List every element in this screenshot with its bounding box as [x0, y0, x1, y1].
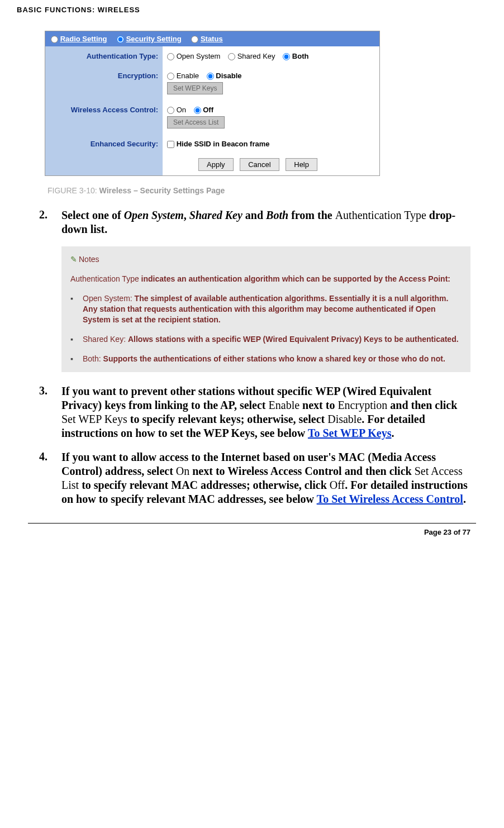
- enhanced-security-label: Enhanced Security:: [45, 134, 163, 154]
- wac-off-label: Off: [203, 106, 213, 114]
- apply-button[interactable]: Apply: [198, 158, 234, 171]
- wac-off-radio[interactable]: [194, 107, 201, 114]
- auth-both-radio[interactable]: [283, 53, 290, 60]
- tab-security-label: Security Setting: [126, 35, 182, 43]
- hide-ssid-checkbox[interactable]: [167, 141, 174, 148]
- pencil-icon: ✎: [70, 255, 77, 264]
- bullet-icon: ▪: [70, 354, 83, 364]
- auth-shared-label: Shared Key: [237, 52, 275, 60]
- bullet-icon: ▪: [70, 293, 83, 325]
- wac-on-radio[interactable]: [167, 107, 174, 114]
- step-2-num: 2.: [39, 208, 61, 236]
- page-footer: Page 23 of 77: [17, 528, 487, 543]
- status-radio[interactable]: [191, 36, 198, 43]
- step-3-body: If you want to prevent other stations wi…: [61, 384, 470, 440]
- encryption-label: Encryption:: [45, 66, 163, 100]
- wac-link[interactable]: To Set Wireless Access Control: [317, 493, 463, 505]
- step-4-body: If you want to allow access to the Inter…: [61, 450, 470, 506]
- enc-enable-radio[interactable]: [167, 73, 174, 80]
- step-4: 4. If you want to allow access to the In…: [17, 450, 487, 506]
- notes-item-both: ▪ Both: Supports the authentications of …: [70, 354, 462, 364]
- notes-item-shared: ▪ Shared Key: Allows stations with a spe…: [70, 334, 462, 345]
- enc-disable-radio[interactable]: [207, 73, 214, 80]
- spacer: [45, 154, 163, 175]
- embedded-screenshot: Radio Setting Security Setting Status Au…: [45, 31, 487, 176]
- figure-caption: FIGURE 3-10: Wireless – Security Setting…: [47, 186, 487, 195]
- wac-on-label: On: [177, 106, 186, 114]
- wac-label: Wireless Access Control:: [45, 100, 163, 134]
- footer-rule: [28, 523, 476, 524]
- tab-status-label: Status: [201, 35, 223, 43]
- figure-lead: FIGURE 3-10:: [47, 186, 99, 195]
- auth-both-label: Both: [292, 52, 309, 60]
- screenshot-tab-bar: Radio Setting Security Setting Status: [45, 31, 379, 46]
- help-button[interactable]: Help: [286, 158, 317, 171]
- enc-disable-label: Disable: [216, 72, 241, 80]
- security-setting-radio[interactable]: [117, 36, 124, 43]
- auth-open-label: Open System: [177, 52, 221, 60]
- auth-open-radio[interactable]: [167, 53, 174, 60]
- notes-lead: Authentication Type indicates an authent…: [70, 274, 462, 284]
- step-2: 2. Select one of Open System, Shared Key…: [17, 208, 487, 236]
- cancel-button[interactable]: Cancel: [240, 158, 279, 171]
- step-3-num: 3.: [39, 384, 61, 440]
- hide-ssid-label: Hide SSID in Beacon frame: [177, 140, 270, 148]
- notes-title: ✎Notes: [70, 254, 462, 265]
- tab-radio-label: Radio Setting: [60, 35, 107, 43]
- radio-setting-radio[interactable]: [51, 36, 58, 43]
- auth-type-label: Authentication Type:: [45, 46, 163, 66]
- step-2-body: Select one of Open System, Shared Key an…: [61, 208, 470, 236]
- set-wep-keys-button[interactable]: Set WEP Keys: [167, 82, 223, 94]
- auth-shared-radio[interactable]: [228, 53, 235, 60]
- step-3: 3. If you want to prevent other stations…: [17, 384, 487, 440]
- bullet-icon: ▪: [70, 334, 83, 345]
- step-4-num: 4.: [39, 450, 61, 506]
- page-header: BASIC FUNCTIONS: WIRELESS: [17, 6, 487, 14]
- notes-box: ✎Notes Authentication Type indicates an …: [61, 246, 470, 372]
- set-access-list-button[interactable]: Set Access List: [167, 116, 225, 129]
- wep-keys-link[interactable]: To Set WEP Keys: [308, 427, 391, 439]
- enc-enable-label: Enable: [177, 72, 199, 80]
- notes-item-open: ▪ Open System: The simplest of available…: [70, 293, 462, 325]
- figure-title: Wireless – Security Settings Page: [99, 186, 225, 195]
